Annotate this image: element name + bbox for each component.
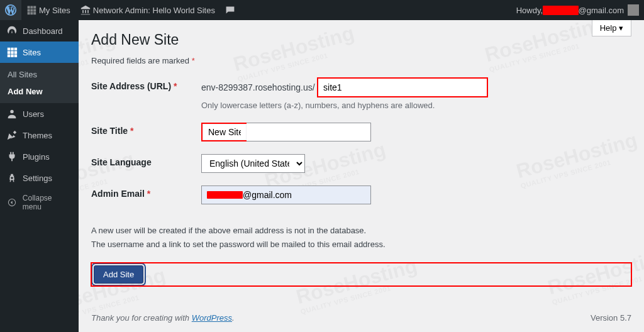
help-button[interactable]: Help ▾ (592, 20, 631, 36)
submenu-add-new[interactable]: Add New (0, 83, 79, 100)
howdy-label: Howdy, (516, 6, 543, 15)
collapse-menu[interactable]: Collapse menu (0, 189, 79, 216)
site-prefix: env-8299387.rosehosting.us/ (201, 82, 315, 92)
my-sites-link[interactable]: My Sites (21, 0, 75, 20)
sites-label: Sites (23, 48, 41, 57)
label-site-language: Site Language (91, 154, 201, 167)
email-suffix: @gmail.com (579, 6, 624, 15)
admin-sidebar: Dashboard Sites All Sites Add New Users … (0, 20, 79, 332)
sidebar-item-users[interactable]: Users (0, 103, 79, 124)
plugins-icon (6, 151, 18, 162)
label-site-title: Site Title * (91, 123, 201, 136)
info-text-1: A new user will be created if the above … (91, 224, 631, 237)
sidebar-item-settings[interactable]: Settings (0, 167, 79, 189)
plugins-label: Plugins (23, 152, 50, 162)
version-label: Version 5.7 (591, 313, 631, 323)
network-admin-label: Network Admin: Hello World Sites (93, 6, 215, 15)
sidebar-item-plugins[interactable]: Plugins (0, 146, 79, 167)
wp-logo[interactable] (0, 0, 21, 20)
site-address-desc: Only lowercase letters (a-z), numbers, a… (201, 101, 631, 110)
sites-submenu: All Sites Add New (0, 63, 79, 103)
sidebar-item-themes[interactable]: Themes (0, 124, 79, 146)
users-icon (6, 108, 18, 119)
themes-label: Themes (23, 131, 52, 140)
info-text-2: The username and a link to set the passw… (91, 238, 631, 251)
account-link[interactable]: Howdy, xxxxx @gmail.com (511, 0, 644, 20)
settings-icon (6, 172, 18, 184)
submit-highlight: Add Site (91, 263, 631, 286)
sidebar-item-dashboard[interactable]: Dashboard (0, 20, 79, 42)
site-language-select[interactable]: English (United States) (201, 154, 305, 173)
dashboard-icon (6, 25, 18, 36)
site-title-input[interactable] (203, 124, 246, 140)
page-title: Add New Site (91, 31, 631, 48)
submenu-all-sites[interactable]: All Sites (0, 66, 79, 83)
label-site-address: Site Address (URL) * (91, 78, 201, 91)
my-sites-label: My Sites (39, 6, 70, 15)
collapse-icon (6, 197, 18, 208)
comments-link[interactable] (220, 0, 240, 20)
sidebar-item-sites[interactable]: Sites (0, 42, 79, 63)
collapse-label: Collapse menu (23, 194, 72, 211)
dashboard-label: Dashboard (23, 26, 63, 36)
main-content: Help ▾ Add New Site Required fields are … (79, 20, 644, 332)
settings-label: Settings (23, 174, 52, 183)
admin-email-input[interactable]: xxxxxx @gmail.com (201, 185, 371, 204)
sites-icon (6, 47, 18, 58)
wordpress-link[interactable]: WordPress (192, 313, 232, 323)
label-admin-email: Admin Email * (91, 185, 201, 199)
admin-bar: My Sites Network Admin: Hello World Site… (0, 0, 644, 20)
required-note: Required fields are marked * (91, 56, 631, 65)
site-address-input[interactable] (318, 78, 487, 97)
add-site-button[interactable]: Add Site (94, 265, 143, 284)
themes-icon (6, 130, 18, 141)
users-label: Users (23, 109, 44, 119)
redacted-email-user: xxxxxx (207, 191, 243, 199)
network-admin-link[interactable]: Network Admin: Hello World Sites (75, 0, 220, 20)
avatar (628, 4, 639, 16)
footer: Thank you for creating with WordPress. V… (91, 304, 631, 332)
redacted-username: xxxxx (543, 6, 579, 15)
